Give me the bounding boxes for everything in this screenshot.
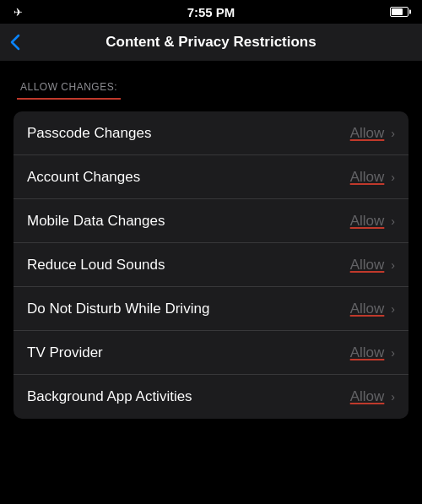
back-chevron-icon <box>10 34 20 51</box>
label-account-changes: Account Changes <box>27 169 350 186</box>
list-item-mobile-data-changes[interactable]: Mobile Data ChangesAllow› <box>14 199 408 243</box>
list-container: Passcode ChangesAllow›Account ChangesAll… <box>14 111 408 419</box>
list-item-do-not-disturb[interactable]: Do Not Disturb While DrivingAllow› <box>14 287 408 331</box>
label-background-app-activities: Background App Activities <box>27 388 350 405</box>
chevron-icon-do-not-disturb: › <box>391 302 395 316</box>
content: ALLOW CHANGES: Passcode ChangesAllow›Acc… <box>0 61 422 419</box>
allow-text-mobile-data-changes: Allow <box>350 213 385 230</box>
allow-text-reduce-loud-sounds: Allow <box>350 257 385 274</box>
allow-text-passcode-changes: Allow <box>350 125 385 142</box>
list-item-passcode-changes[interactable]: Passcode ChangesAllow› <box>14 111 408 155</box>
chevron-icon-account-changes: › <box>391 171 395 184</box>
section-header: ALLOW CHANGES: <box>17 71 121 100</box>
list-item-account-changes[interactable]: Account ChangesAllow› <box>14 155 408 199</box>
chevron-icon-mobile-data-changes: › <box>391 214 395 228</box>
allow-text-do-not-disturb: Allow <box>350 301 385 317</box>
list-item-background-app-activities[interactable]: Background App ActivitiesAllow› <box>14 375 408 419</box>
status-time: 7:55 PM <box>187 5 235 19</box>
battery-icon <box>390 7 408 17</box>
right-account-changes: Allow› <box>350 169 395 186</box>
label-tv-provider: TV Provider <box>27 344 350 361</box>
chevron-icon-background-app-activities: › <box>391 390 395 404</box>
label-mobile-data-changes: Mobile Data Changes <box>27 213 350 230</box>
back-button[interactable] <box>10 34 20 51</box>
allow-text-tv-provider: Allow <box>350 344 385 361</box>
list-item-tv-provider[interactable]: TV ProviderAllow› <box>14 331 408 375</box>
label-do-not-disturb: Do Not Disturb While Driving <box>27 301 350 317</box>
allow-text-background-app-activities: Allow <box>350 388 385 405</box>
status-right <box>390 7 408 17</box>
airplane-icon: ✈ <box>14 6 23 19</box>
label-reduce-loud-sounds: Reduce Loud Sounds <box>27 257 350 274</box>
chevron-icon-tv-provider: › <box>391 346 395 360</box>
right-mobile-data-changes: Allow› <box>350 213 395 230</box>
status-bar: ✈ 7:55 PM <box>0 0 422 24</box>
right-do-not-disturb: Allow› <box>350 301 395 317</box>
right-reduce-loud-sounds: Allow› <box>350 257 395 274</box>
battery-fill <box>392 8 403 15</box>
chevron-icon-passcode-changes: › <box>391 127 395 140</box>
right-tv-provider: Allow› <box>350 344 395 361</box>
allow-text-account-changes: Allow <box>350 169 385 186</box>
nav-bar: Content & Privacy Restrictions <box>0 24 422 61</box>
section-header-wrap: ALLOW CHANGES: <box>14 61 408 105</box>
status-left: ✈ <box>14 6 23 19</box>
label-passcode-changes: Passcode Changes <box>27 125 350 142</box>
chevron-icon-reduce-loud-sounds: › <box>391 258 395 272</box>
right-passcode-changes: Allow› <box>350 125 395 142</box>
right-background-app-activities: Allow› <box>350 388 395 405</box>
nav-title: Content & Privacy Restrictions <box>106 34 316 51</box>
list-item-reduce-loud-sounds[interactable]: Reduce Loud SoundsAllow› <box>14 243 408 287</box>
